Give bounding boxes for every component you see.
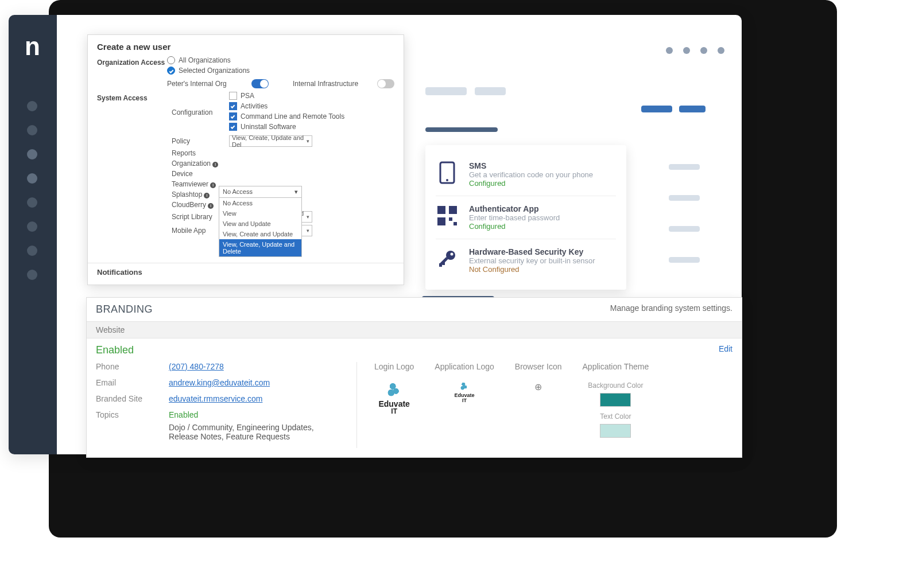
sidebar-nav-item[interactable] <box>27 221 37 232</box>
chevron-down-icon: ▾ <box>307 138 309 144</box>
radio-checked-icon <box>167 67 175 75</box>
checkbox-icon <box>229 92 237 100</box>
app-logo-preview: Eduvate IT <box>435 381 494 403</box>
browser-icon-label: Browser Icon <box>515 362 562 371</box>
mfa-status: Configured <box>469 222 616 231</box>
sidebar-nav <box>9 61 57 280</box>
topics-enabled: Enabled <box>169 410 335 419</box>
logo-icon <box>386 381 402 398</box>
modal-title: Create a new user <box>88 35 404 56</box>
mfa-title: Hardware-Based Security Key <box>469 247 616 256</box>
info-icon: i <box>208 203 214 209</box>
edit-link[interactable]: Edit <box>719 344 732 356</box>
sidebar-nav-item[interactable] <box>27 197 37 208</box>
text-color-label: Text Color <box>583 412 649 420</box>
favicon-preview: ⊕ <box>515 381 562 392</box>
divider <box>436 196 616 196</box>
check-cli[interactable]: Command Line and Remote Tools <box>229 112 344 120</box>
check-psa[interactable]: PSA <box>229 92 344 100</box>
text-color-swatch[interactable] <box>600 424 631 438</box>
browser-icon-column: Browser Icon ⊕ <box>515 362 562 448</box>
mfa-status: Configured <box>469 179 616 188</box>
org-name: Peter's Internal Org <box>167 80 245 88</box>
svg-point-8 <box>451 253 453 256</box>
branding-title: BRANDING <box>96 303 153 316</box>
branding-panel: BRANDING Manage branding system settings… <box>86 297 742 458</box>
checkbox-icon <box>229 112 237 120</box>
mfa-title: Authenticator App <box>469 204 616 213</box>
mfa-hardware-key[interactable]: Hardware-Based Security Key External sec… <box>436 242 616 279</box>
mfa-status: Not Configured <box>469 265 616 274</box>
radio-selected-orgs[interactable]: Selected Organizations <box>167 67 394 75</box>
config-label: Configuration <box>172 108 229 116</box>
email-link[interactable]: andrew.king@eduvateit.com <box>169 378 270 387</box>
check-uninstall[interactable]: Uninstall Software <box>229 123 344 131</box>
app-logo-column: Application Logo Eduvate IT <box>435 362 494 448</box>
placeholder <box>669 195 700 201</box>
chevron-down-icon: ▾ <box>307 214 309 220</box>
placeholder <box>425 127 498 132</box>
check-label: Activities <box>241 102 268 110</box>
check-label: Uninstall Software <box>241 123 296 131</box>
sidebar-nav-item[interactable] <box>27 149 37 159</box>
placeholder <box>425 87 467 95</box>
site-link[interactable]: eduvateit.rmmservice.com <box>169 394 262 403</box>
perm-label: Policy <box>172 137 229 145</box>
check-activities[interactable]: Activities <box>229 102 344 110</box>
dot-icon <box>700 47 707 54</box>
system-access-label: System Access <box>97 92 172 102</box>
login-logo-label: Login Logo <box>374 362 414 371</box>
chevron-down-icon: ▾ <box>294 188 298 196</box>
mfa-card: SMS Get a verification code on your phon… <box>425 145 626 290</box>
mfa-subtitle: External security key or built-in sensor <box>469 256 616 265</box>
sidebar-nav-item[interactable] <box>27 246 37 256</box>
dropdown-option[interactable]: View, Create, Update and Delete <box>219 239 301 256</box>
logo-icon <box>460 381 469 391</box>
phone-icon <box>436 161 459 184</box>
info-icon: i <box>204 193 210 198</box>
placeholder <box>475 87 506 95</box>
mfa-subtitle: Get a verification code on your phone <box>469 170 616 179</box>
mfa-subtitle: Enter time-based password <box>469 213 616 222</box>
radio-icon <box>167 56 175 64</box>
dropdown-option[interactable]: View, Create and Update <box>219 229 301 239</box>
info-icon: i <box>212 162 218 168</box>
dropdown-option[interactable]: No Access <box>219 198 301 208</box>
org-access-label: Organization Access <box>97 56 167 67</box>
org-toggle[interactable] <box>377 79 394 88</box>
placeholder <box>669 226 700 232</box>
tab-website[interactable]: Website <box>87 321 742 338</box>
branding-visuals: Login Logo Eduvate IT Application Logo E… <box>357 362 732 448</box>
sidebar-nav-item[interactable] <box>27 101 37 111</box>
check-label: PSA <box>241 92 254 100</box>
sidebar-nav-item[interactable] <box>27 125 37 135</box>
dot-icon <box>683 47 690 54</box>
login-logo-preview: Eduvate IT <box>374 381 414 415</box>
phone-link[interactable]: (207) 480-7278 <box>169 362 224 371</box>
svg-point-1 <box>446 179 448 181</box>
modal-section-notifications[interactable]: Notifications <box>88 263 404 281</box>
site-label: Branded Site <box>96 394 156 403</box>
key-icon <box>436 247 459 270</box>
bg-color-swatch[interactable] <box>600 393 631 407</box>
app-logo-label: Application Logo <box>435 362 494 371</box>
org-toggle[interactable] <box>251 79 269 88</box>
phone-label: Phone <box>96 362 156 371</box>
topics-list: Dojo / Community, Engineering Updates, R… <box>169 423 335 441</box>
dropdown-option[interactable]: View and Update <box>219 219 301 229</box>
perm-label: Reports <box>172 149 229 157</box>
dropdown-header[interactable]: No Access▾ <box>219 186 301 198</box>
enabled-label: Enabled <box>96 344 134 356</box>
window-dots <box>666 47 724 54</box>
sidebar-nav-item[interactable] <box>27 270 37 280</box>
checkbox-icon <box>229 123 237 131</box>
app-logo: n <box>9 15 57 61</box>
mfa-authenticator[interactable]: Authenticator App Enter time-based passw… <box>436 198 616 236</box>
divider <box>436 239 616 239</box>
dropdown-option[interactable]: View <box>219 208 301 219</box>
mfa-sms[interactable]: SMS Get a verification code on your phon… <box>436 155 616 193</box>
sidebar-nav-item[interactable] <box>27 173 37 184</box>
policy-select[interactable]: View, Create, Update and Del▾ <box>229 135 312 147</box>
topics-label: Topics <box>96 410 156 441</box>
radio-all-orgs[interactable]: All Organizations <box>167 56 394 64</box>
